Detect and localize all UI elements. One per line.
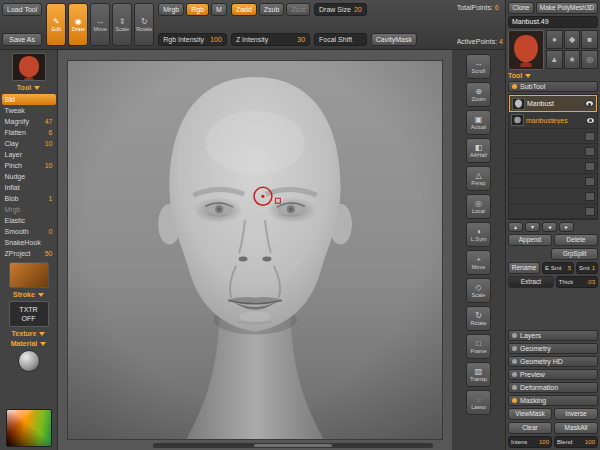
quick-pick-item[interactable]: ◎	[581, 50, 598, 69]
subtool-next-button[interactable]: ▸	[559, 222, 574, 232]
quick-pick-item[interactable]: ▲	[546, 50, 563, 69]
texture-palette-header[interactable]: Texture	[12, 330, 46, 337]
move-mode-button[interactable]: ↔ Move	[90, 3, 110, 46]
subtool-section-header[interactable]: SubTool	[508, 81, 598, 92]
subtool-item-manbusteyes[interactable]: manbusteyes	[509, 112, 597, 129]
aahalf-button[interactable]: ◧AAHalf	[466, 138, 491, 163]
intens-slider[interactable]: Intens 100	[508, 436, 552, 448]
subtool-empty-slot[interactable]	[509, 204, 597, 219]
esmt-slider[interactable]: E Smt 5	[542, 262, 574, 274]
subtool-empty-slot[interactable]	[509, 174, 597, 189]
subtool-empty-slot[interactable]	[509, 129, 597, 144]
thick-slider[interactable]: Thick .03	[556, 276, 598, 288]
subtool-empty-slot[interactable]	[509, 189, 597, 204]
clone-button[interactable]: Clone	[508, 2, 534, 14]
local-button[interactable]: ◎Local	[466, 194, 491, 219]
material-palette-header[interactable]: Material	[11, 340, 46, 347]
subtool-item-manbust[interactable]: Manbust	[509, 95, 597, 112]
texture-selector[interactable]: TXTR OFF	[9, 301, 49, 327]
rotate-nav-button[interactable]: ↻Rotate	[466, 306, 491, 331]
delete-button[interactable]: Delete	[554, 234, 598, 246]
subtool-down-button[interactable]: ▾	[525, 222, 540, 232]
stroke-preview-thumbnail[interactable]	[9, 262, 49, 288]
tool-palette-header[interactable]: Tool	[17, 84, 40, 91]
stroke-palette-header[interactable]: Stroke	[13, 291, 44, 298]
grpsplit-button[interactable]: GrpSplit	[551, 248, 598, 260]
layers-section-header[interactable]: Layers	[508, 330, 598, 341]
brush-item-elastic[interactable]: Elastic	[2, 215, 56, 226]
rename-button[interactable]: Rename	[508, 262, 540, 274]
cavity-mask-button[interactable]: CavityMask	[371, 33, 417, 46]
subtool-empty-slot[interactable]	[509, 159, 597, 174]
clear-button[interactable]: Clear	[508, 422, 552, 434]
quick-pick-item[interactable]: ●	[546, 30, 563, 49]
scale-mode-button[interactable]: ⇕ Scale	[112, 3, 132, 46]
brush-item-mrgb[interactable]: Mrgb	[2, 204, 56, 215]
brush-item-magnify[interactable]: Magnify47	[2, 116, 56, 127]
smt-slider[interactable]: Smt 1	[576, 262, 598, 274]
brush-item-flatten[interactable]: Flatten6	[2, 127, 56, 138]
horizontal-scrollbar[interactable]	[153, 443, 433, 448]
zsub-button[interactable]: Zsub	[259, 3, 285, 16]
mrgb-button[interactable]: Mrgb	[158, 3, 184, 16]
brush-item-inflat[interactable]: Inflat	[2, 182, 56, 193]
scroll-button[interactable]: ↔Scroll	[466, 54, 491, 79]
sculpt-document[interactable]	[67, 60, 443, 440]
zoom-button[interactable]: ⊕Zoom	[466, 82, 491, 107]
brush-item-nudge[interactable]: Nudge	[2, 171, 56, 182]
maskall-button[interactable]: MaskAll	[554, 422, 598, 434]
move-nav-button[interactable]: +Move	[466, 250, 491, 275]
transp-button[interactable]: ▨Transp	[466, 362, 491, 387]
save-as-button[interactable]: Save As	[2, 33, 42, 46]
tool-panel-header[interactable]: Tool	[508, 72, 598, 79]
draw-mode-button[interactable]: ◉ Draw	[68, 3, 88, 46]
lsym-button[interactable]: ◑L.Sym	[466, 222, 491, 247]
preview-section-header[interactable]: Preview	[508, 369, 598, 380]
quick-pick-item[interactable]: ★	[564, 50, 581, 69]
brush-item-zproject[interactable]: ZProject50	[2, 248, 56, 259]
subtool-prev-button[interactable]: ◂	[542, 222, 557, 232]
brush-item-smooth[interactable]: Smooth0	[2, 226, 56, 237]
zadd-button[interactable]: Zadd	[231, 3, 257, 16]
rotate-mode-button[interactable]: ↻ Rotate	[134, 3, 154, 46]
scale-nav-button[interactable]: ◇Scale	[466, 278, 491, 303]
brush-item-snakehook[interactable]: SnakeHook	[2, 237, 56, 248]
masking-section-header[interactable]: Masking	[508, 395, 598, 406]
color-picker[interactable]	[6, 409, 52, 447]
focal-shift-slider[interactable]: Focal Shift	[314, 33, 367, 46]
rgb-intensity-slider[interactable]: Rgb Intensity 100	[158, 33, 227, 46]
deformation-section-header[interactable]: Deformation	[508, 382, 598, 393]
edit-mode-button[interactable]: ✎ Edit	[46, 3, 66, 46]
lasso-button[interactable]: ◌Lasso	[466, 390, 491, 415]
brush-item-tweak[interactable]: Tweak	[2, 105, 56, 116]
brush-item-layer[interactable]: Layer	[2, 149, 56, 160]
rgb-button[interactable]: Rgb	[186, 3, 209, 16]
m-button[interactable]: M	[211, 3, 227, 16]
zcut-button[interactable]: Zcut	[286, 3, 310, 16]
current-tool-thumbnail[interactable]	[12, 53, 46, 81]
viewmask-button[interactable]: ViewMask	[508, 408, 552, 420]
subtool-empty-slot[interactable]	[509, 144, 597, 159]
horizontal-scrollbar-thumb[interactable]	[254, 444, 332, 447]
load-tool-button[interactable]: Load Tool	[2, 3, 42, 16]
active-tool-thumbnail[interactable]	[508, 30, 544, 70]
visibility-eye-icon[interactable]	[585, 100, 594, 107]
brush-item-clay[interactable]: Clay10	[2, 138, 56, 149]
draw-size-slider[interactable]: Draw Size 20	[314, 3, 367, 16]
inverse-button[interactable]: Inverse	[554, 408, 598, 420]
extract-button[interactable]: Extract	[508, 276, 554, 288]
make-polymesh3d-button[interactable]: Make PolyMesh3D	[536, 2, 598, 14]
geometry-section-header[interactable]: Geometry	[508, 343, 598, 354]
brush-item-blob[interactable]: Blob1	[2, 193, 56, 204]
frame-button[interactable]: □Frame	[466, 334, 491, 359]
blend-slider[interactable]: Blend 100	[554, 436, 598, 448]
visibility-eye-icon[interactable]	[586, 117, 595, 124]
persp-button[interactable]: △Persp	[466, 166, 491, 191]
brush-item-pinch[interactable]: Pinch10	[2, 160, 56, 171]
geometry-hd-section-header[interactable]: Geometry HD	[508, 356, 598, 367]
quick-pick-item[interactable]: ■	[581, 30, 598, 49]
quick-pick-item[interactable]: ◆	[564, 30, 581, 49]
brush-item-std[interactable]: Std	[2, 94, 56, 105]
actual-button[interactable]: ▣Actual	[466, 110, 491, 135]
append-button[interactable]: Append	[508, 234, 552, 246]
